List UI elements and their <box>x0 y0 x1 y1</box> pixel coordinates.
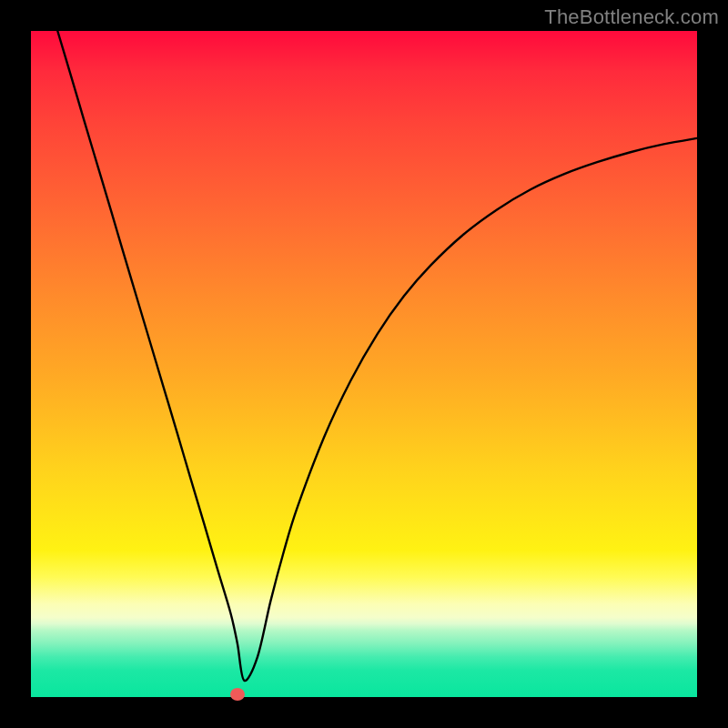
chart-frame: TheBottleneck.com <box>0 0 728 728</box>
plot-area <box>31 31 697 697</box>
watermark-text: TheBottleneck.com <box>544 5 719 29</box>
bottleneck-curve <box>31 31 697 697</box>
minimum-marker <box>230 688 245 701</box>
